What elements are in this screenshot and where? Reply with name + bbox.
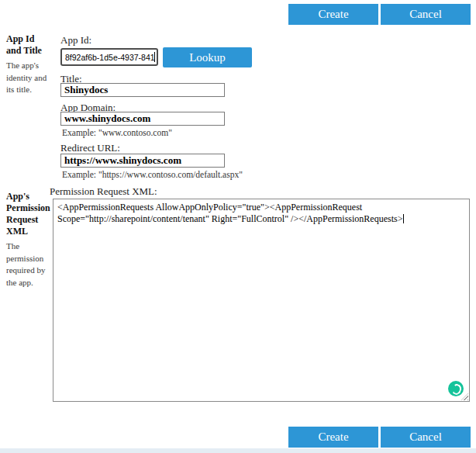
- redirect-url-label: Redirect URL:: [60, 142, 120, 154]
- resize-handle-icon[interactable]: [461, 393, 468, 400]
- sidebar-title-line: App Id: [6, 33, 56, 45]
- sidebar-desc-line: required by: [6, 265, 56, 277]
- text-caret: [154, 52, 155, 62]
- sidebar-desc-line: The app's: [6, 60, 56, 72]
- sidebar-title-line: Request: [6, 214, 56, 226]
- cancel-button-top[interactable]: Cancel: [381, 4, 471, 25]
- app-id-label: App Id:: [60, 34, 91, 47]
- sidebar-title-line: and Title: [6, 45, 56, 57]
- title-input[interactable]: [60, 83, 225, 97]
- app-id-input[interactable]: 8f92af6b-1d5e-4937-841: [60, 48, 158, 66]
- sidebar-section-app-id-title: App Id and Title The app's identity and …: [6, 33, 56, 96]
- redirect-url-input[interactable]: [60, 154, 225, 168]
- permission-xml-textarea[interactable]: <AppPermissionRequests AllowAppOnlyPolic…: [53, 199, 470, 402]
- sidebar-section-title: App's Permission Request XML: [6, 191, 56, 237]
- text-caret: [403, 214, 404, 223]
- permission-xml-label: Permission Request XML:: [50, 185, 157, 198]
- sidebar-desc-line: identity and: [6, 72, 56, 85]
- sidebar-section-description: The app's identity and its title.: [6, 60, 56, 96]
- sidebar-desc-line: permission: [6, 253, 56, 265]
- sidebar-desc-line: the app.: [6, 277, 56, 289]
- create-button-top[interactable]: Create: [288, 4, 378, 25]
- app-id-value: 8f92af6b-1d5e-4937-841: [62, 53, 155, 62]
- permission-xml-value: <AppPermissionRequests AllowAppOnlyPolic…: [57, 202, 402, 224]
- app-domain-example: Example: "www.contoso.com": [62, 128, 172, 137]
- app-domain-input[interactable]: [60, 112, 225, 126]
- sidebar-section-description: The permission required by the app.: [6, 240, 56, 289]
- sidebar-desc-line: its title.: [6, 84, 56, 96]
- lookup-button[interactable]: Lookup: [163, 47, 252, 67]
- sidebar-title-line: Permission: [6, 202, 56, 214]
- page-bottom-strip: [0, 448, 476, 453]
- sidebar-title-line: App's: [6, 191, 56, 202]
- redirect-url-example: Example: "https://www.contoso.com/defaul…: [62, 170, 243, 179]
- sidebar-section-permission-xml: App's Permission Request XML The permiss…: [6, 191, 56, 289]
- sidebar-desc-line: The: [6, 240, 56, 253]
- grammarly-icon[interactable]: [448, 381, 464, 396]
- sidebar-title-line: XML: [6, 226, 56, 237]
- cancel-button-bottom[interactable]: Cancel: [381, 427, 471, 448]
- create-button-bottom[interactable]: Create: [288, 427, 378, 448]
- sidebar-section-title: App Id and Title: [6, 33, 56, 57]
